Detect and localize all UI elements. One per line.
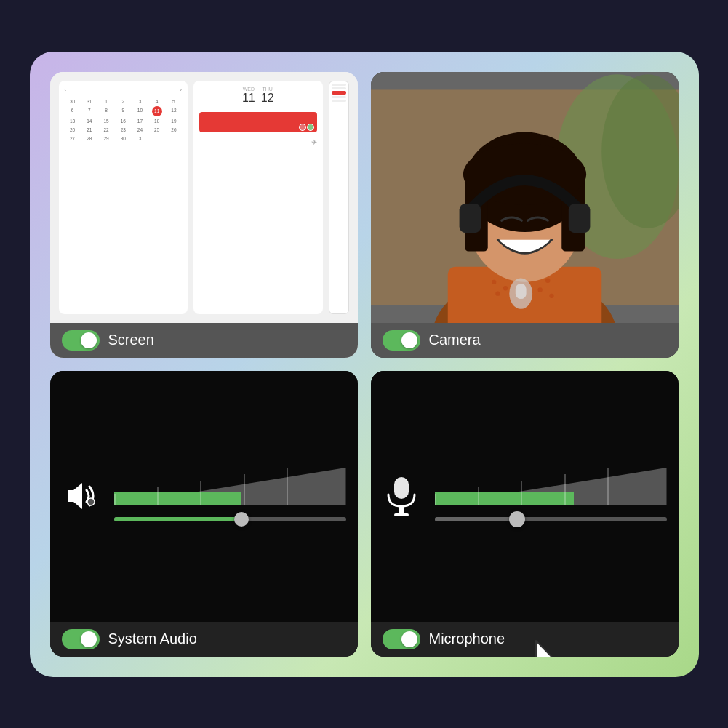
mic-slider[interactable] <box>435 514 667 524</box>
calendar-left: ‹ › 30 31 1 2 3 4 5 6 <box>59 81 188 314</box>
cal-today: 11 <box>152 106 162 116</box>
svg-rect-25 <box>394 513 409 516</box>
cursor-svg <box>530 639 574 657</box>
cal-day: 12 <box>166 106 182 116</box>
vol-tick-3 <box>200 481 201 505</box>
system-audio-toggle[interactable] <box>62 629 100 649</box>
mic-vol-tick-1 <box>435 494 436 505</box>
cal-day: 27 <box>65 135 81 143</box>
cal-day: 14 <box>81 117 97 125</box>
microphone-toggle[interactable] <box>383 629 420 649</box>
cal-prev: ‹ <box>65 87 67 93</box>
svg-marker-21 <box>68 483 82 509</box>
cal-day: 10 <box>132 106 148 116</box>
vol-tick-1 <box>114 494 116 505</box>
mic-vol-tick-2 <box>478 487 479 505</box>
cal-day: 21 <box>81 126 97 134</box>
vol-ticks <box>114 468 346 505</box>
mic-vol-tick-4 <box>564 474 566 505</box>
cal-day: 24 <box>132 126 148 134</box>
svg-point-17 <box>495 291 500 295</box>
cal-date-label-1: WED <box>242 87 255 92</box>
cal-day: 9 <box>115 106 131 116</box>
screen-toggle[interactable] <box>62 330 100 351</box>
screen-card-footer: Screen <box>50 323 358 358</box>
speaker-svg <box>62 477 100 515</box>
cal-day: 31 <box>81 97 97 105</box>
system-audio-toggle-knob <box>81 631 97 647</box>
audio-card-footer: System Audio <box>50 622 358 657</box>
cal-day: 6 <box>65 106 81 116</box>
camera-card-footer: Camera <box>371 323 679 358</box>
cal-day: 25 <box>149 126 165 134</box>
event-bar <box>199 112 317 132</box>
mic-volume-display <box>435 468 667 524</box>
vol-tick-4 <box>244 474 245 505</box>
event-avatars <box>299 124 314 131</box>
cal-day: 28 <box>81 135 97 143</box>
phone-preview <box>329 81 349 314</box>
mic-vol-row <box>435 468 667 505</box>
svg-point-22 <box>87 498 95 505</box>
cal-day: 23 <box>115 126 131 134</box>
svg-point-16 <box>503 286 507 290</box>
audio-slider-thumb[interactable] <box>234 512 249 527</box>
cal-day: 8 <box>98 106 114 116</box>
svg-rect-12 <box>568 203 590 232</box>
camera-photo-svg <box>371 72 679 323</box>
audio-slider-fill <box>114 517 241 521</box>
system-audio-card: System Audio <box>50 371 358 657</box>
cal-dates-row: WED 11 THU 12 <box>199 87 317 105</box>
phone-line <box>332 96 346 98</box>
microphone-label: Microphone <box>429 631 505 647</box>
svg-rect-11 <box>459 203 481 232</box>
plane-icon: ✈ <box>311 138 317 146</box>
cal-date-num-1: 11 <box>242 92 255 105</box>
camera-label: Camera <box>429 332 481 348</box>
cal-day: 18 <box>149 117 165 125</box>
cursor-container <box>530 639 574 657</box>
cal-day: 3 <box>132 97 148 105</box>
cal-day: 17 <box>132 117 148 125</box>
calendar-right: WED 11 THU 12 <box>193 81 323 314</box>
svg-point-19 <box>537 287 542 292</box>
screen-card: ‹ › 30 31 1 2 3 4 5 6 <box>50 72 358 358</box>
system-audio-label: System Audio <box>108 631 197 647</box>
microphone-card: Microphone <box>371 371 679 657</box>
audio-slider[interactable] <box>114 514 346 524</box>
cal-day: 4 <box>149 97 165 105</box>
screen-label: Screen <box>108 332 154 348</box>
cal-day: 5 <box>166 97 182 105</box>
mic-slider-fill <box>435 517 516 521</box>
cal-day: 20 <box>65 126 81 134</box>
camera-preview <box>371 72 679 323</box>
audio-volume-display <box>114 468 346 524</box>
phone-line <box>332 84 346 86</box>
avatar-1 <box>299 124 306 131</box>
svg-point-20 <box>549 293 553 297</box>
mic-vol-ticks <box>435 468 667 505</box>
screen-toggle-knob <box>81 332 97 348</box>
cal-day: 26 <box>166 126 182 134</box>
svg-marker-26 <box>536 641 561 657</box>
calendar-mock: ‹ › 30 31 1 2 3 4 5 6 <box>59 81 349 314</box>
cal-day: 1 <box>98 97 114 105</box>
cal-day: 7 <box>81 106 97 116</box>
phone-line <box>332 87 346 89</box>
cal-day: 13 <box>65 117 81 125</box>
mic-slider-thumb[interactable] <box>509 511 525 527</box>
speaker-icon <box>62 477 100 515</box>
cal-next: › <box>180 87 182 93</box>
camera-toggle[interactable] <box>383 330 420 351</box>
svg-rect-24 <box>399 506 404 513</box>
cal-day: 3 <box>132 135 148 143</box>
camera-card: Camera <box>371 72 679 358</box>
phone-line <box>332 100 346 102</box>
mic-vol-tick-5 <box>607 468 609 505</box>
screen-preview: ‹ › 30 31 1 2 3 4 5 6 <box>50 72 358 323</box>
camera-toggle-knob <box>401 332 417 348</box>
plane-icon-row: ✈ <box>199 138 317 146</box>
microphone-toggle-knob <box>401 631 417 647</box>
cal-day: 16 <box>115 117 131 125</box>
vol-tick-5 <box>287 468 288 505</box>
